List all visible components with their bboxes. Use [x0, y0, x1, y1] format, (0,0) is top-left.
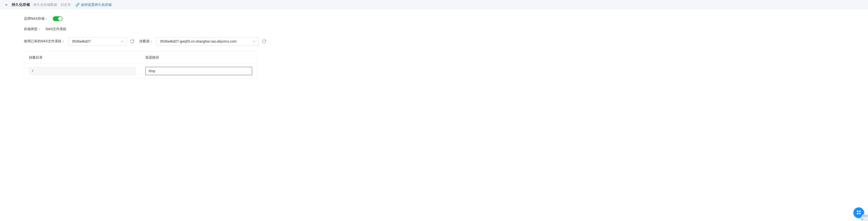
mount-source-pair: 挂载源： 3539a4bd27-gwq55.cn-shanghai.nas.al…	[139, 37, 266, 45]
enable-nas-row: 启用NAS存储：	[24, 16, 855, 21]
refresh-mount-icon[interactable]	[262, 39, 266, 43]
enable-nas-label: 启用NAS存储：	[24, 17, 48, 21]
nas-config-row: 使用已有的NAS文件系统： 3539a4bd27 挂载源： 3539a4bd27…	[24, 37, 855, 45]
section-title: 持久化存储	[12, 2, 30, 7]
storage-type-value: NAS文件系统	[46, 27, 66, 31]
existing-nas-pair: 使用已有的NAS文件系统： 3539a4bd27	[24, 37, 134, 45]
help-link-label: 如何设置持久化存储	[81, 3, 112, 7]
nas-filesystem-value: 3539a4bd27	[72, 39, 91, 43]
section-desc: 持久化存储数据、日志等	[33, 3, 71, 7]
storage-type-row: 存储类型： NAS文件系统	[24, 27, 855, 31]
table-header: 挂载目录 容器路径	[24, 52, 257, 64]
mount-source-label: 挂载源：	[139, 39, 153, 43]
table-row: /	[24, 64, 257, 78]
nas-filesystem-select[interactable]: 3539a4bd27	[68, 37, 127, 45]
mount-source-value: 3539a4bd27-gwq55.cn-shanghai.nas.aliyunc…	[160, 39, 237, 43]
chevron-down-icon	[121, 40, 124, 43]
mount-table: 挂载目录 容器路径 /	[24, 51, 257, 78]
col-container-path: 容器路径	[141, 52, 257, 64]
mount-dir-input[interactable]: /	[29, 67, 136, 75]
mount-source-select[interactable]: 3539a4bd27-gwq55.cn-shanghai.nas.aliyunc…	[156, 37, 258, 45]
help-link[interactable]: 如何设置持久化存储	[75, 3, 112, 7]
mount-dir-value: /	[32, 69, 33, 73]
existing-nas-label: 使用已有的NAS文件系统：	[24, 39, 65, 43]
enable-nas-toggle[interactable]	[53, 16, 62, 21]
container-path-input[interactable]	[145, 67, 252, 75]
content-area: 启用NAS存储： 存储类型： NAS文件系统 使用已有的NAS文件系统： 353…	[0, 9, 868, 88]
refresh-nas-icon[interactable]	[130, 39, 134, 43]
chevron-down-icon	[252, 40, 256, 43]
link-icon	[75, 3, 80, 7]
col-mount-dir: 挂载目录	[24, 52, 141, 64]
storage-type-label: 存储类型：	[24, 27, 41, 31]
collapse-chevron-icon[interactable]	[4, 3, 8, 7]
section-header: 持久化存储 持久化存储数据、日志等 如何设置持久化存储	[0, 0, 868, 9]
